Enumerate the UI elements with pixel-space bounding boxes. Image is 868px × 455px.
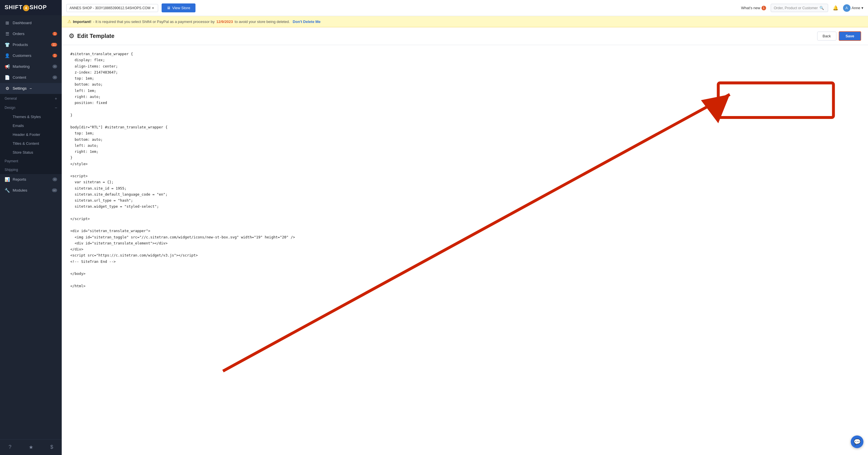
settings-shipping-header[interactable]: Shipping	[0, 166, 62, 174]
sidebar-item-label: Dashboard	[12, 21, 32, 25]
store-selector[interactable]: ANNES SHOP - 303Y18865390612.S4SHOPS.COM…	[66, 4, 158, 12]
alert-date: 12/9/2023	[216, 20, 233, 24]
search-placeholder: Order, Product or Customer	[774, 6, 818, 10]
topbar-right: What's new 1 Order, Product or Customer …	[741, 4, 863, 12]
sidebar-bottom: ? ★ $	[0, 439, 62, 455]
general-label: General	[5, 96, 17, 101]
topbar: ANNES SHOP - 303Y18865390612.S4SHOPS.COM…	[62, 0, 868, 16]
sidebar-item-customers[interactable]: 👤 Customers 1	[0, 50, 62, 61]
sidebar-item-emails[interactable]: Emails	[0, 121, 62, 130]
warning-icon: ⚠	[67, 19, 71, 24]
logo-4: 4	[23, 5, 29, 11]
sidebar-item-header-footer[interactable]: Header & Footer	[0, 130, 62, 139]
header-actions: Back Save	[817, 31, 861, 41]
sidebar-item-content[interactable]: 📄 Content +	[0, 72, 62, 83]
view-store-label: View Store	[172, 6, 190, 10]
design-expand-icon: −	[55, 106, 57, 110]
page-gear-icon: ⚙	[69, 32, 74, 40]
general-expand-icon: +	[55, 96, 57, 101]
dollar-icon[interactable]: $	[48, 443, 56, 452]
design-label: Design	[5, 106, 15, 110]
sidebar-item-titles-content[interactable]: Titles & Content	[0, 139, 62, 148]
marketing-plus: +	[53, 65, 57, 68]
sidebar-item-marketing[interactable]: 📢 Marketing +	[0, 61, 62, 72]
themes-styles-label: Themes & Styles	[12, 115, 41, 119]
alert-bold: Important!	[73, 20, 91, 24]
sidebar: SHIFT4SHOP ⊞ Dashboard ☰ Orders 1 👕 Prod…	[0, 0, 62, 455]
alert-link[interactable]: Don't Delete Me	[293, 20, 321, 24]
customers-badge: 1	[53, 54, 57, 57]
store-name: ANNES SHOP - 303Y18865390612.S4SHOPS.COM	[69, 6, 150, 10]
sidebar-item-settings[interactable]: ⚙ Settings −	[0, 83, 62, 94]
sidebar-nav: ⊞ Dashboard ☰ Orders 1 👕 Products 11 👤 C…	[0, 15, 62, 439]
settings-payment-header[interactable]: Payment	[0, 157, 62, 166]
settings-submenu: General + Design − Themes & Styles Email…	[0, 94, 62, 174]
logo-text: SHIFT4SHOP	[5, 4, 47, 11]
code-editor[interactable]: #sitetran_translate_wrapper { display: f…	[62, 45, 868, 455]
sidebar-item-modules[interactable]: 🔧 Modules ↩	[0, 185, 62, 196]
whats-new-badge: 1	[762, 6, 766, 10]
settings-expand-icon: −	[30, 86, 32, 91]
search-icon: 🔍	[819, 6, 824, 10]
save-button[interactable]: Save	[839, 31, 861, 41]
dashboard-icon: ⊞	[5, 20, 10, 26]
view-store-icon: 🖥	[167, 6, 170, 10]
reports-icon: 📊	[5, 177, 10, 182]
content-icon: 📄	[5, 75, 10, 80]
sidebar-item-orders[interactable]: ☰ Orders 1	[0, 28, 62, 39]
content-area: ⚙ Edit Template Back Save #sitetran_tran…	[62, 27, 868, 455]
user-menu[interactable]: A Anne ▾	[843, 4, 863, 12]
sidebar-item-products[interactable]: 👕 Products 11	[0, 39, 62, 50]
modules-icon: 🔧	[5, 188, 10, 193]
alert-banner: ⚠ Important! - It is required that you s…	[62, 16, 868, 27]
sidebar-item-reports[interactable]: 📊 Reports +	[0, 174, 62, 185]
sidebar-item-themes-styles[interactable]: Themes & Styles	[0, 112, 62, 121]
help-icon[interactable]: ?	[6, 443, 14, 452]
whats-new-label: What's new	[741, 6, 761, 10]
alert-message2: to avoid your store being deleted.	[235, 20, 290, 24]
settings-icon: ⚙	[5, 86, 10, 91]
modules-label: Modules	[12, 188, 27, 193]
sidebar-item-label: Settings	[12, 86, 27, 90]
logo: SHIFT4SHOP	[0, 0, 62, 15]
settings-design-header[interactable]: Design −	[0, 103, 62, 112]
modules-arrow: ↩	[52, 189, 57, 192]
chat-bubble[interactable]: 💬	[851, 435, 863, 448]
code-content: #sitetran_translate_wrapper { display: f…	[70, 51, 859, 289]
chat-icon: 💬	[854, 438, 861, 445]
bell-icon[interactable]: 🔔	[833, 5, 838, 11]
user-name: Anne	[851, 6, 860, 10]
reports-label: Reports	[12, 177, 26, 181]
settings-general-header[interactable]: General +	[0, 94, 62, 103]
orders-icon: ☰	[5, 31, 10, 36]
sidebar-item-dashboard[interactable]: ⊞ Dashboard	[0, 18, 62, 28]
back-button[interactable]: Back	[817, 32, 836, 40]
customers-icon: 👤	[5, 53, 10, 58]
content-plus: +	[53, 76, 57, 79]
page-title-text: Edit Template	[77, 33, 115, 39]
sidebar-item-label: Customers	[12, 53, 31, 58]
star-icon[interactable]: ★	[26, 443, 36, 452]
whats-new[interactable]: What's new 1	[741, 6, 766, 10]
header-footer-label: Header & Footer	[12, 133, 40, 137]
emails-label: Emails	[12, 123, 24, 128]
orders-badge: 1	[53, 32, 57, 36]
products-icon: 👕	[5, 42, 10, 48]
user-menu-caret: ▾	[861, 6, 863, 10]
shipping-label: Shipping	[5, 168, 18, 172]
sidebar-item-label: Orders	[12, 32, 24, 36]
reports-plus: +	[53, 177, 57, 181]
search-box[interactable]: Order, Product or Customer 🔍	[771, 4, 828, 12]
sidebar-item-label: Content	[12, 75, 26, 80]
design-submenu: Themes & Styles Emails Header & Footer T…	[0, 112, 62, 157]
page-header: ⚙ Edit Template Back Save	[62, 27, 868, 45]
view-store-button[interactable]: 🖥 View Store	[162, 3, 195, 12]
main: ANNES SHOP - 303Y18865390612.S4SHOPS.COM…	[62, 0, 868, 455]
marketing-icon: 📢	[5, 64, 10, 69]
payment-label: Payment	[5, 159, 18, 163]
alert-message: - It is required that you select Shift4 …	[93, 20, 214, 24]
store-selector-caret: ▾	[152, 6, 154, 10]
products-badge: 11	[51, 43, 57, 47]
sidebar-item-store-status[interactable]: Store Status	[0, 148, 62, 157]
store-status-label: Store Status	[12, 150, 33, 154]
